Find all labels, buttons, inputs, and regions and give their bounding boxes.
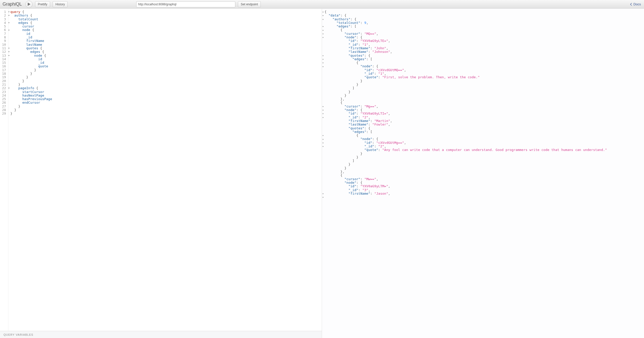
- play-icon: [28, 3, 30, 6]
- toolbar: GraphiQL Prettify History Set endpoint D…: [0, 0, 644, 9]
- prettify-button[interactable]: Prettify: [35, 1, 50, 7]
- history-button[interactable]: History: [53, 1, 68, 7]
- workspace: 1234567891011121314151617181920212223242…: [0, 9, 644, 338]
- query-gutter: 1234567891011121314151617181920212223242…: [0, 9, 8, 331]
- result-code: { "data": { "authors": { "totalCount": 9…: [322, 9, 644, 338]
- docs-toggle[interactable]: Docs: [630, 2, 641, 6]
- execute-button[interactable]: [25, 1, 33, 8]
- result-viewer[interactable]: { "data": { "authors": { "totalCount": 9…: [322, 9, 644, 338]
- query-editor[interactable]: 1234567891011121314151617181920212223242…: [0, 9, 322, 331]
- set-endpoint-button[interactable]: Set endpoint: [238, 1, 260, 7]
- query-code[interactable]: query { authors { totalCount edges { cur…: [8, 9, 322, 331]
- docs-label: Docs: [633, 2, 641, 6]
- endpoint-input[interactable]: [136, 1, 235, 7]
- graphiql-logo: GraphiQL: [3, 2, 22, 7]
- result-fold-gutter: [322, 9, 325, 338]
- chevron-left-icon: [630, 3, 632, 6]
- query-editor-pane: 1234567891011121314151617181920212223242…: [0, 9, 322, 338]
- query-variables-bar[interactable]: Query Variables: [0, 331, 322, 338]
- result-pane: { "data": { "authors": { "totalCount": 9…: [322, 9, 644, 338]
